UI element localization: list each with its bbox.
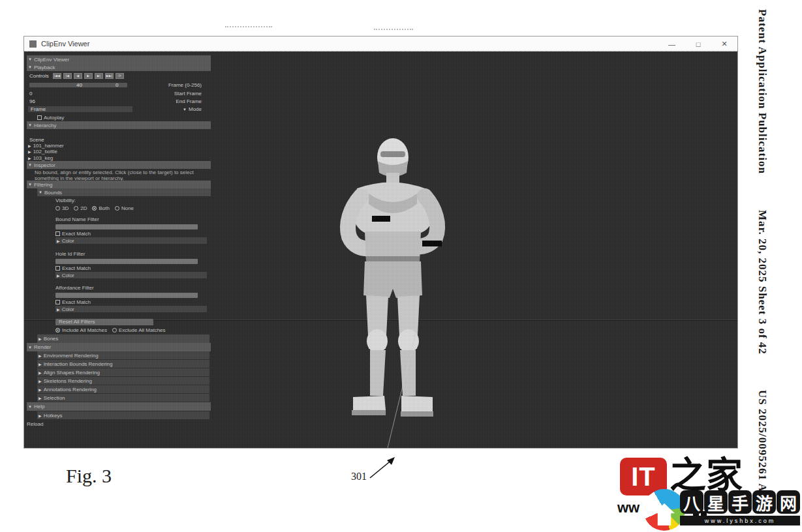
redaction-marker: [372, 216, 390, 222]
patent-publication-text: Patent Application Publication: [756, 9, 769, 174]
reference-leader-line: [24, 52, 737, 448]
patent-number-text: US 2025/0095261 A1: [756, 390, 769, 498]
house-circle-logo: [643, 489, 685, 531]
minimize-button[interactable]: —: [659, 40, 685, 48]
maximize-button[interactable]: □: [685, 40, 711, 48]
viewport-3d[interactable]: [24, 52, 737, 448]
site-url-bar: www.lyshbx.com: [680, 516, 800, 525]
reference-arrow: [362, 453, 401, 482]
redaction-marker: [422, 241, 442, 246]
figure-label: Fig. 3: [66, 465, 112, 487]
seal-char: 手: [728, 490, 752, 514]
window-title: ClipEnv Viewer: [41, 40, 89, 48]
scan-artifact: [374, 29, 413, 30]
seal-char: 星: [704, 490, 728, 514]
patent-date-sheet-text: Mar. 20, 2025 Sheet 3 of 42: [756, 210, 769, 355]
site-seal-logo: 八 星 手 游 网: [680, 490, 800, 514]
seal-char: 网: [777, 490, 800, 514]
clipenv-viewer-window: ClipEnv Viewer — □ ✕: [23, 36, 738, 449]
close-button[interactable]: ✕: [711, 40, 737, 48]
partial-url-text: ww: [617, 499, 640, 516]
app-icon: [29, 40, 37, 48]
seal-char: 八: [680, 490, 703, 514]
seal-char: 游: [752, 490, 776, 514]
patent-sheet: Patent Application Publication Mar. 20, …: [0, 0, 802, 532]
scan-artifact: [225, 26, 272, 27]
title-bar[interactable]: ClipEnv Viewer — □ ✕: [24, 37, 737, 52]
